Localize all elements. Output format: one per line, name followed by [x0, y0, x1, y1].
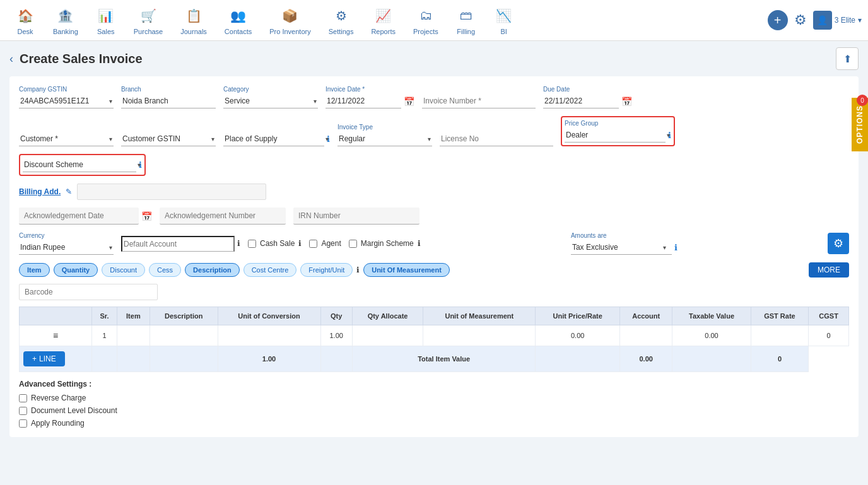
branch-input[interactable] — [121, 94, 216, 108]
nav-item-journals[interactable]: 📋 Journals — [172, 1, 216, 40]
nav-item-desk[interactable]: 🏠 Desk — [6, 1, 44, 40]
nav-item-banking[interactable]: 🏦 Banking — [44, 1, 87, 40]
company-gstin-select[interactable]: 24AABCA5951E1Z1 — [19, 94, 114, 108]
discount-scheme-select[interactable]: Discount Scheme — [23, 158, 136, 172]
default-account-input[interactable] — [121, 236, 235, 252]
user-menu[interactable]: 👤 3 Elite ▾ — [813, 11, 862, 30]
col-taxable-value: Taxable Value — [672, 307, 751, 325]
nav-item-contacts[interactable]: 👥 Contacts — [216, 1, 261, 40]
cash-sale-checkbox[interactable] — [248, 240, 256, 248]
due-date-calendar-icon[interactable]: 📅 — [621, 96, 632, 107]
billing-input[interactable] — [77, 184, 266, 200]
tag-cess[interactable]: Cess — [149, 263, 181, 277]
due-date-label: Due Date — [543, 86, 632, 93]
tag-unit-of-measurement[interactable]: Unit Of Measurement — [363, 263, 450, 277]
discount-scheme-info[interactable]: ℹ — [139, 160, 142, 170]
apply-rounding-checkbox[interactable] — [19, 419, 27, 428]
price-group-info[interactable]: ℹ — [668, 131, 671, 140]
more-button[interactable]: MORE — [809, 262, 849, 278]
form-row-3: Discount Scheme ▾ ℹ — [19, 154, 849, 176]
tag-description[interactable]: Description — [185, 263, 240, 277]
reverse-charge-checkbox[interactable] — [19, 394, 27, 402]
ack-row: 📅 — [19, 207, 849, 225]
customer-select[interactable]: Customer * — [19, 132, 114, 146]
margin-scheme-checkbox[interactable] — [349, 240, 357, 248]
tag-freight-unit[interactable]: Freight/Unit — [300, 263, 353, 277]
invoice-type-select[interactable]: Regular — [337, 132, 432, 146]
reverse-charge-label: Reverse Charge — [31, 394, 86, 402]
row-unit-price[interactable]: 0.00 — [536, 325, 620, 346]
add-button[interactable]: + — [768, 10, 788, 30]
nav-item-purchase[interactable]: 🛒 Purchase — [125, 1, 172, 40]
row-qty-allocate[interactable] — [352, 325, 423, 346]
tag-item[interactable]: Item — [19, 263, 50, 277]
invoice-date-input[interactable] — [326, 94, 401, 108]
nav-item-sales[interactable]: 📊 Sales — [87, 1, 125, 40]
page-title: Create Sales Invoice — [20, 52, 143, 66]
currency-select[interactable]: Indian Rupee — [19, 240, 114, 255]
row-item[interactable] — [117, 325, 150, 346]
row-gst-rate[interactable] — [751, 325, 808, 346]
form-row-1: Company GSTIN 24AABCA5951E1Z1 ▾ Branch C… — [19, 86, 849, 108]
gear-icon[interactable]: ⚙ — [794, 12, 807, 28]
amounts-are-select[interactable]: Tax Exclusive Tax Inclusive — [571, 240, 672, 255]
total-cgst: 0 — [751, 346, 808, 372]
barcode-input[interactable] — [19, 284, 158, 300]
nav-item-reports[interactable]: 📈 Reports — [362, 1, 404, 40]
tag-discount[interactable]: Discount — [102, 263, 145, 277]
company-gstin-wrapper: 24AABCA5951E1Z1 ▾ — [19, 94, 114, 108]
price-group-select[interactable]: Dealer — [565, 128, 666, 143]
row-taxable-value[interactable]: 0.00 — [672, 325, 751, 346]
settings-gear-button[interactable]: ⚙ — [828, 233, 849, 254]
row-unit-conversion[interactable] — [218, 325, 320, 346]
tag-cost-centre[interactable]: Cost Centre — [243, 263, 297, 277]
place-of-supply-group: Place of Supply ▾ ℹ — [223, 132, 330, 146]
ack-number-input[interactable] — [160, 207, 286, 225]
nav-item-filling[interactable]: 🗃 Filling — [447, 1, 485, 40]
row-unit-measurement[interactable] — [423, 325, 536, 346]
amounts-are-label: Amounts are — [571, 232, 677, 239]
invoice-number-input[interactable] — [422, 94, 536, 108]
price-group-group: Price Group Dealer ▾ ℹ — [561, 116, 675, 146]
category-select[interactable]: Service — [223, 94, 318, 108]
invoice-date-label: Invoice Date * — [326, 86, 414, 93]
freight-info[interactable]: ℹ — [356, 266, 360, 274]
row-qty[interactable]: 1.00 — [320, 325, 352, 346]
document-level-discount-checkbox[interactable] — [19, 407, 27, 415]
total-qty: 1.00 — [218, 346, 320, 372]
irn-number-input[interactable] — [293, 207, 419, 225]
place-of-supply-select[interactable]: Place of Supply — [223, 132, 324, 146]
add-line-button[interactable]: + LINE — [23, 351, 65, 366]
ack-date-input[interactable] — [19, 207, 139, 225]
col-unit-price: Unit Price/Rate — [536, 307, 620, 325]
margin-scheme-info[interactable]: ℹ — [418, 239, 421, 248]
license-no-input[interactable] — [440, 132, 553, 146]
options-tab[interactable]: OPTIONS — [852, 98, 868, 151]
due-date-input[interactable] — [543, 94, 619, 108]
agent-checkbox[interactable] — [309, 240, 317, 248]
calendar-icon[interactable]: 📅 — [404, 96, 414, 107]
upload-icon[interactable]: ⬆ — [836, 47, 859, 70]
ack-date-calendar-icon[interactable]: 📅 — [141, 211, 152, 221]
row-description[interactable] — [150, 325, 218, 346]
default-account-info[interactable]: ℹ — [237, 239, 240, 248]
nav-item-settings[interactable]: ⚙ Settings — [320, 1, 363, 40]
row-account[interactable] — [619, 325, 672, 346]
drag-handle[interactable]: ≡ — [20, 325, 92, 346]
nav-item-pro-inventory[interactable]: 📦 Pro Inventory — [261, 1, 319, 40]
document-level-discount-label: Document Level Discount — [31, 406, 117, 415]
customer-gstin-select[interactable]: Customer GSTIN — [121, 132, 216, 146]
amounts-info[interactable]: ℹ — [674, 243, 677, 252]
cash-sale-info[interactable]: ℹ — [298, 239, 302, 248]
table-total-row: + LINE 1.00 Total Item Value 0.00 — [20, 346, 849, 372]
document-level-discount-check: Document Level Discount — [19, 406, 849, 415]
edit-icon[interactable]: ✎ — [66, 187, 72, 196]
tag-quantity[interactable]: Quantity — [54, 263, 98, 277]
back-button[interactable]: ‹ — [9, 52, 13, 66]
nav-item-bi[interactable]: 📉 BI — [485, 1, 523, 40]
nav-item-projects[interactable]: 🗂 Projects — [404, 1, 447, 40]
place-of-supply-info[interactable]: ℹ — [327, 134, 330, 144]
user-avatar: 👤 — [813, 11, 832, 30]
billing-add-link[interactable]: Billing Add. — [19, 187, 61, 196]
reverse-charge-check: Reverse Charge — [19, 394, 849, 402]
